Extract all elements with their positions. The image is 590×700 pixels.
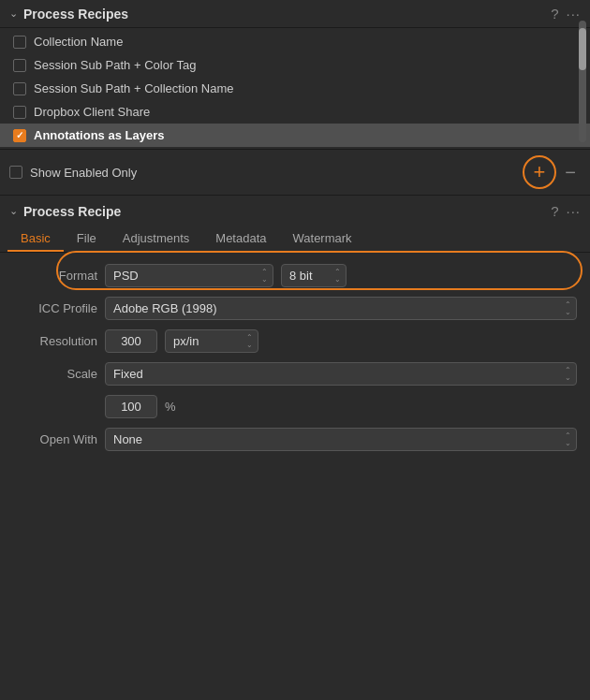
detail-chevron-icon: ⌄ [9, 205, 18, 217]
process-recipe-detail-title: Process Recipe [23, 204, 121, 219]
scale-select[interactable]: Fixed Fit Fill [105, 362, 577, 386]
open-with-row: Open With None Photoshop Preview [13, 428, 577, 451]
resolution-row: Resolution 300 px/in px/cm [13, 329, 577, 353]
resolution-unit-select[interactable]: px/in px/cm [165, 329, 258, 353]
scale-row: Scale Fixed Fit Fill [13, 362, 577, 386]
tab-adjustments[interactable]: Adjustments [110, 226, 203, 252]
process-recipes-header: ⌄ Process Recipes ? ··· [0, 0, 590, 28]
resolution-unit-wrapper: px/in px/cm [165, 329, 258, 353]
help-icon[interactable]: ? [551, 6, 558, 22]
process-recipe-detail-header: ⌄ Process Recipe ? ··· [0, 196, 590, 223]
process-recipes-header-right: ? ··· [551, 6, 581, 22]
resolution-label: Resolution [13, 334, 97, 348]
checkbox-annotations[interactable] [13, 129, 26, 142]
chevron-down-icon: ⌄ [9, 7, 18, 20]
bit-depth-select-wrapper: 8 bit 16 bit [281, 264, 347, 287]
detail-header-right: ? ··· [551, 203, 581, 219]
resolution-input[interactable]: 300 [105, 329, 157, 353]
process-recipes-title: Process Recipes [23, 7, 128, 22]
detail-help-icon[interactable]: ? [551, 203, 558, 219]
list-item[interactable]: Session Sub Path + Color Tag [0, 53, 590, 77]
list-item[interactable]: Collection Name [0, 30, 590, 53]
icc-profile-select[interactable]: Adobe RGB (1998) sRGB ProPhoto RGB [105, 297, 577, 320]
checkbox-session-sub-collection[interactable] [13, 82, 26, 95]
scale-label: Scale [13, 367, 97, 381]
tab-basic[interactable]: Basic [7, 226, 64, 252]
scale-percent-row: % [13, 395, 577, 418]
detail-header-left: ⌄ Process Recipe [9, 204, 121, 219]
open-with-select[interactable]: None Photoshop Preview [105, 428, 577, 451]
recipe-label: Session Sub Path + Collection Name [34, 81, 577, 95]
recipe-label-annotations: Annotations as Layers [34, 128, 577, 142]
list-item[interactable]: Dropbox Client Share [0, 100, 590, 124]
remove-recipe-button[interactable]: − [560, 162, 581, 182]
list-item-selected[interactable]: Annotations as Layers [0, 124, 590, 147]
recipe-label: Session Sub Path + Color Tag [34, 58, 577, 72]
format-row: Format PSD JPEG TIFF PNG DNG 8 bit 16 bi… [13, 264, 577, 287]
tab-watermark[interactable]: Watermark [280, 226, 365, 252]
checkbox-collection-name[interactable] [13, 36, 26, 49]
list-item[interactable]: Session Sub Path + Collection Name [0, 77, 590, 100]
open-with-label: Open With [13, 432, 97, 446]
scale-select-wrapper: Fixed Fit Fill [105, 362, 577, 386]
icc-profile-select-wrapper: Adobe RGB (1998) sRGB ProPhoto RGB [105, 297, 577, 320]
tab-metadata[interactable]: Metadata [202, 226, 279, 252]
format-label: Format [13, 269, 97, 283]
show-enabled-checkbox[interactable] [9, 166, 22, 179]
add-recipe-button[interactable]: + [523, 155, 556, 189]
detail-more-icon[interactable]: ··· [566, 203, 581, 219]
scale-percent-input[interactable] [105, 395, 157, 418]
open-with-select-wrapper: None Photoshop Preview [105, 428, 577, 451]
scrollbar-track[interactable] [579, 21, 586, 142]
icc-profile-label: ICC Profile [13, 301, 97, 315]
tabs-bar: Basic File Adjustments Metadata Watermar… [0, 223, 590, 253]
add-remove-group: + − [523, 155, 581, 189]
recipe-bottom-bar: Show Enabled Only + − [0, 149, 590, 196]
show-enabled-row: Show Enabled Only [9, 166, 137, 180]
checkbox-session-sub-color[interactable] [13, 59, 26, 72]
recipe-label: Dropbox Client Share [34, 105, 577, 119]
checkbox-dropbox[interactable] [13, 106, 26, 119]
main-panel: ⌄ Process Recipes ? ··· Collection Name … [0, 0, 590, 472]
show-enabled-label: Show Enabled Only [30, 166, 137, 180]
form-area: Format PSD JPEG TIFF PNG DNG 8 bit 16 bi… [0, 253, 590, 472]
recipe-label: Collection Name [34, 35, 577, 49]
bit-depth-select[interactable]: 8 bit 16 bit [281, 264, 347, 287]
format-select[interactable]: PSD JPEG TIFF PNG DNG [105, 264, 273, 287]
tab-file[interactable]: File [64, 226, 110, 252]
icc-profile-row: ICC Profile Adobe RGB (1998) sRGB ProPho… [13, 297, 577, 320]
process-recipes-header-left: ⌄ Process Recipes [9, 7, 128, 22]
percent-sign: % [165, 400, 176, 414]
scrollbar-thumb[interactable] [579, 28, 586, 70]
recipe-list: Collection Name Session Sub Path + Color… [0, 28, 590, 149]
format-select-wrapper: PSD JPEG TIFF PNG DNG [105, 264, 273, 287]
more-icon[interactable]: ··· [566, 6, 581, 22]
